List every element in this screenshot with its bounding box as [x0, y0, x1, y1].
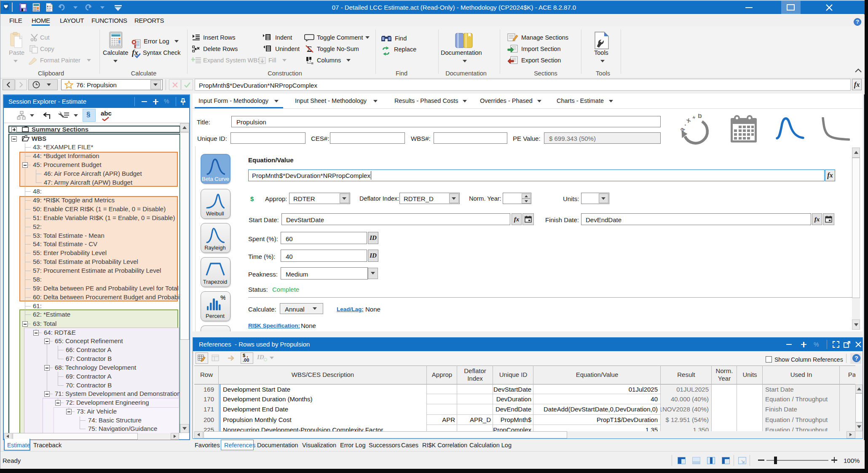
svg-text:.: . [681, 121, 687, 127]
svg-text:x: x [685, 116, 692, 124]
svg-text:+: + [691, 114, 697, 121]
svg-text:b: b [698, 114, 702, 119]
svg-text:a: a [678, 126, 686, 133]
svg-text:%: % [220, 294, 225, 301]
